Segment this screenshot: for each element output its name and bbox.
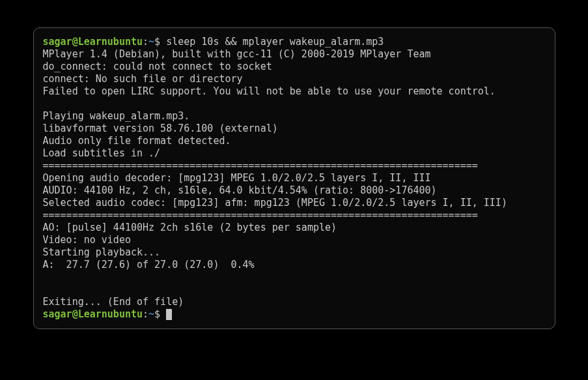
prompt-at: @ bbox=[72, 36, 78, 48]
prompt-path: ~ bbox=[148, 308, 154, 320]
output-line: AUDIO: 44100 Hz, 2 ch, s16le, 64.0 kbit/… bbox=[43, 184, 437, 196]
prompt-user: sagar bbox=[43, 36, 72, 48]
output-line: A: 27.7 (27.6) of 27.0 (27.0) 0.4% bbox=[43, 259, 255, 270]
output-line: Failed to open LIRC support. You will no… bbox=[43, 85, 496, 97]
output-line: Selected audio codec: [mpg123] afm: mpg1… bbox=[43, 197, 507, 209]
prompt-path: ~ bbox=[148, 36, 154, 48]
output-line: do_connect: could not connect to socket bbox=[43, 61, 272, 72]
prompt-at: @ bbox=[72, 308, 78, 320]
output-line: Exiting... (End of file) bbox=[43, 296, 184, 308]
output-line: Playing wakeup_alarm.mp3. bbox=[43, 110, 190, 122]
prompt-sep: : bbox=[143, 308, 148, 320]
output-line: ========================================… bbox=[43, 209, 478, 221]
output-line: Audio only file format detected. bbox=[43, 135, 231, 147]
output-line: AO: [pulse] 44100Hz 2ch s16le (2 bytes p… bbox=[43, 222, 337, 233]
prompt-user: sagar bbox=[43, 308, 72, 320]
output-line: Starting playback... bbox=[43, 246, 161, 258]
prompt-dollar: $ bbox=[154, 36, 166, 48]
prompt-dollar: $ bbox=[154, 308, 166, 320]
output-line: Video: no video bbox=[43, 234, 131, 246]
terminal-window[interactable]: sagar@Learnubuntu:~$ sleep 10s && mplaye… bbox=[33, 27, 555, 329]
output-line: libavformat version 58.76.100 (external) bbox=[43, 123, 278, 134]
prompt-sep: : bbox=[143, 36, 148, 48]
command-text: sleep 10s && mplayer wakeup_alarm.mp3 bbox=[166, 36, 384, 48]
output-line: Load subtitles in ./ bbox=[43, 147, 161, 159]
output-line: ========================================… bbox=[43, 160, 478, 171]
output-line: MPlayer 1.4 (Debian), built with gcc-11 … bbox=[43, 48, 431, 60]
prompt-host: Learnubuntu bbox=[78, 308, 143, 320]
prompt-host: Learnubuntu bbox=[78, 36, 143, 48]
output-line: Opening audio decoder: [mpg123] MPEG 1.0… bbox=[43, 172, 431, 184]
cursor[interactable] bbox=[166, 309, 172, 320]
output-line: connect: No such file or directory bbox=[43, 73, 243, 85]
